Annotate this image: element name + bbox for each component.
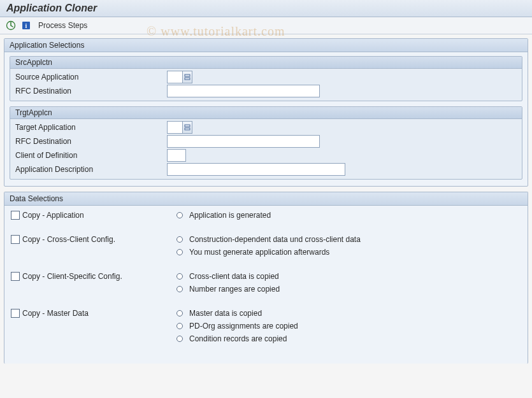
content-area: Application Selections SrcApplctn Source… bbox=[0, 34, 532, 373]
src-application-group: SrcApplctn Source Application RFC Destin… bbox=[10, 56, 522, 101]
info-bullet: You must generate application afterwards bbox=[176, 248, 521, 257]
form-row: Target Application bbox=[14, 120, 518, 134]
bullet-radio-icon bbox=[176, 236, 183, 243]
data-selection-right: Cross-client data is copiedNumber ranges… bbox=[176, 272, 521, 297]
svg-rect-6 bbox=[185, 128, 190, 130]
copy-checkbox[interactable] bbox=[11, 235, 20, 244]
bullet-text: You must generate application afterwards bbox=[189, 248, 329, 257]
data-selections-group: Data Selections Copy - ApplicationApplic… bbox=[4, 192, 528, 364]
bullet-text: Number ranges are copied bbox=[189, 285, 280, 294]
target-application-input[interactable] bbox=[167, 121, 192, 134]
svg-text:i: i bbox=[25, 22, 27, 29]
copy-label: Copy - Client-Specific Config. bbox=[22, 272, 122, 281]
copy-label: Copy - Cross-Client Config. bbox=[22, 235, 115, 244]
bullet-text: Condition records are copied bbox=[189, 334, 287, 343]
trgt-application-group: TrgtApplcn Target Application RFC Destin… bbox=[10, 106, 522, 180]
trgt-application-header: TrgtApplcn bbox=[10, 107, 522, 119]
data-selection-right: Application is generated bbox=[176, 211, 521, 224]
data-selection-row: Copy - Master DataMaster data is copiedP… bbox=[11, 309, 521, 347]
data-selection-row: Copy - Cross-Client Config.Construction-… bbox=[11, 235, 521, 260]
bullet-radio-icon bbox=[176, 286, 183, 292]
form-row: RFC Destination bbox=[14, 84, 518, 98]
info-bullet: Application is generated bbox=[176, 211, 521, 220]
src-application-header: SrcApplctn bbox=[10, 57, 522, 69]
client-definition-input[interactable] bbox=[167, 149, 186, 162]
data-selections-header: Data Selections bbox=[4, 192, 528, 206]
bullet-radio-icon bbox=[176, 249, 183, 255]
form-row: Source Application bbox=[14, 70, 518, 84]
info-bullet: Construction-dependent data und cross-cl… bbox=[176, 235, 521, 244]
application-description-input[interactable] bbox=[167, 163, 345, 176]
info-bullet: PD-Org assignments are copied bbox=[176, 322, 521, 330]
bullet-text: PD-Org assignments are copied bbox=[189, 322, 298, 330]
copy-label: Copy - Application bbox=[22, 211, 84, 220]
info-bullet: Master data is copied bbox=[176, 309, 521, 318]
form-row: Client of Definition bbox=[14, 148, 518, 162]
f4-help-icon[interactable] bbox=[182, 121, 192, 134]
info-bullet: Condition records are copied bbox=[176, 334, 521, 343]
src-rfc-input[interactable] bbox=[167, 85, 320, 97]
copy-checkbox[interactable] bbox=[11, 272, 20, 281]
bullet-radio-icon bbox=[176, 273, 183, 280]
info-bullet: Number ranges are copied bbox=[176, 285, 521, 294]
application-selections-group: Application Selections SrcApplctn Source… bbox=[4, 38, 528, 187]
application-selections-header: Application Selections bbox=[4, 39, 528, 52]
form-row: RFC Destination bbox=[14, 134, 518, 148]
bullet-text: Construction-dependent data und cross-cl… bbox=[189, 235, 361, 244]
application-description-label: Application Description bbox=[14, 165, 167, 174]
form-row: Application Description bbox=[14, 162, 518, 176]
copy-label: Copy - Master Data bbox=[22, 309, 89, 318]
data-selection-left: Copy - Cross-Client Config. bbox=[11, 235, 176, 244]
bullet-radio-icon bbox=[176, 336, 183, 342]
f4-help-icon[interactable] bbox=[182, 71, 192, 83]
info-bullet: Cross-client data is copied bbox=[176, 272, 521, 281]
bullet-radio-icon bbox=[176, 323, 183, 329]
target-application-label: Target Application bbox=[14, 123, 167, 132]
title-bar: Application Cloner bbox=[0, 0, 532, 17]
data-selection-row: Copy - ApplicationApplication is generat… bbox=[11, 211, 521, 224]
source-application-input[interactable] bbox=[167, 71, 192, 83]
data-selections-body: Copy - ApplicationApplication is generat… bbox=[4, 206, 528, 364]
data-selection-left: Copy - Master Data bbox=[11, 309, 176, 318]
data-selection-row: Copy - Client-Specific Config.Cross-clie… bbox=[11, 272, 521, 297]
data-selection-right: Master data is copiedPD-Org assignments … bbox=[176, 309, 521, 347]
data-selection-left: Copy - Application bbox=[11, 211, 176, 220]
toolbar: i Process Steps bbox=[0, 17, 532, 34]
bullet-text: Master data is copied bbox=[189, 309, 262, 318]
info-icon[interactable]: i bbox=[20, 20, 32, 31]
bullet-text: Cross-client data is copied bbox=[189, 272, 279, 281]
copy-checkbox[interactable] bbox=[11, 309, 20, 318]
svg-rect-3 bbox=[185, 75, 190, 76]
bullet-text: Application is generated bbox=[189, 211, 271, 220]
bullet-radio-icon bbox=[176, 212, 183, 218]
process-steps-label[interactable]: Process Steps bbox=[38, 21, 87, 30]
client-definition-label: Client of Definition bbox=[14, 151, 167, 160]
trgt-rfc-input[interactable] bbox=[167, 135, 320, 148]
copy-checkbox[interactable] bbox=[11, 211, 20, 220]
source-application-label: Source Application bbox=[14, 73, 167, 82]
page-title: Application Cloner bbox=[6, 3, 526, 14]
execute-icon[interactable] bbox=[5, 20, 17, 31]
svg-rect-4 bbox=[185, 78, 190, 80]
svg-rect-5 bbox=[185, 125, 190, 127]
data-selection-left: Copy - Client-Specific Config. bbox=[11, 272, 176, 281]
src-rfc-label: RFC Destination bbox=[14, 87, 167, 96]
data-selection-right: Construction-dependent data und cross-cl… bbox=[176, 235, 521, 260]
bullet-radio-icon bbox=[176, 310, 183, 316]
trgt-rfc-label: RFC Destination bbox=[14, 137, 167, 146]
